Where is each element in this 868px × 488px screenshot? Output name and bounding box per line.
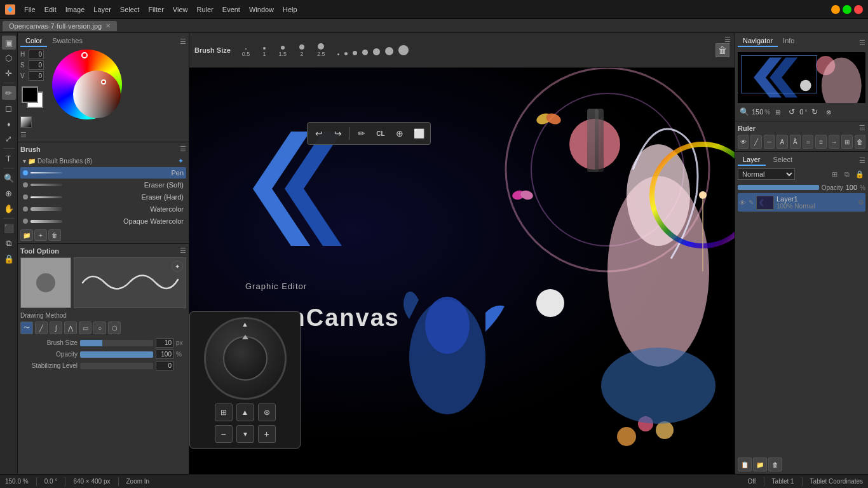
brush-size-input[interactable]	[156, 338, 173, 348]
layer-edit-icon-1[interactable]: ✎	[749, 199, 754, 206]
ruler-line-button[interactable]: ╱	[750, 135, 761, 149]
fill-tool-button[interactable]: ⬧	[2, 116, 16, 130]
new-layer-folder-button[interactable]: 📁	[753, 458, 767, 471]
brush-item-eraser-soft[interactable]: Eraser (Soft)	[20, 179, 186, 191]
brush-size-2.5[interactable]: 2.5	[313, 42, 329, 58]
delete-layer-button[interactable]: 🗑	[768, 458, 782, 471]
jog-zoom-fit[interactable]: ⊞	[215, 403, 233, 421]
brush-settings-button[interactable]: ✦	[172, 261, 183, 272]
nav-rotate-left-button[interactable]: ↺	[785, 105, 798, 118]
shape-tool-button[interactable]: ⬛	[2, 221, 16, 235]
color-wheel[interactable]	[52, 50, 122, 119]
new-layer-button[interactable]: 📋	[738, 458, 752, 471]
brush-size-slider[interactable]	[80, 340, 153, 346]
stabilize-input[interactable]	[156, 361, 173, 370]
tool-option-menu[interactable]: ☰	[180, 247, 186, 255]
menu-event[interactable]: Event	[219, 4, 244, 15]
jog-zoom-out[interactable]: −	[215, 425, 233, 443]
delete-brush-button[interactable]: 🗑	[48, 229, 61, 241]
undo-button[interactable]: ↩	[310, 125, 328, 142]
canvas-area[interactable]: Graphic Editor openCanvas	[189, 68, 735, 474]
ruler-circle-button[interactable]: ○	[803, 135, 813, 149]
ruler-hatch-button[interactable]: ≡	[815, 135, 826, 149]
maximize-button[interactable]	[843, 5, 851, 14]
redo-button[interactable]: ↪	[329, 125, 347, 142]
nav-reset-button[interactable]: ⊗	[822, 105, 835, 118]
brush-size-menu[interactable]: ☰	[724, 36, 731, 44]
ruler-menu[interactable]: ☰	[859, 124, 865, 132]
minimize-button[interactable]	[831, 5, 840, 14]
ruler-delete-button[interactable]: 🗑	[855, 135, 865, 149]
layer-protect-button[interactable]: 🔒	[854, 168, 865, 180]
clear-float-button[interactable]: CL	[372, 125, 390, 142]
freehand-tool[interactable]: 〜	[20, 322, 33, 334]
transform-tool-button[interactable]: ⤢	[2, 132, 16, 146]
stabilize-slider[interactable]	[80, 363, 153, 369]
swatches-tab[interactable]: Swatches	[47, 36, 88, 47]
line-tool[interactable]: ╱	[35, 322, 48, 334]
opacity-slider[interactable]	[80, 351, 153, 358]
layer-merge-button[interactable]: ⊞	[829, 168, 840, 180]
close-button[interactable]	[854, 5, 863, 14]
color-wheel-inner[interactable]	[73, 71, 121, 118]
delete-brush-size-button[interactable]: 🗑	[715, 43, 729, 57]
brush-item-eraser-hard[interactable]: Eraser (Hard)	[20, 191, 186, 203]
opacity-input[interactable]	[156, 349, 173, 359]
menu-window[interactable]: Window	[245, 4, 278, 15]
hue-input[interactable]	[29, 50, 44, 59]
view-float-button[interactable]: ⬜	[410, 125, 428, 142]
brush-group-header[interactable]: ▾ 📁 Default Brushes (8) ✦	[20, 156, 186, 166]
pen-tool-button[interactable]: ✏	[2, 86, 16, 100]
brush-item-pen[interactable]: Pen	[20, 167, 186, 179]
ruler-eye-button[interactable]: 👁	[738, 135, 749, 149]
brush-size-0.5[interactable]: 0.5	[238, 47, 254, 58]
val-input[interactable]	[29, 71, 44, 81]
gradient-preset[interactable]	[20, 116, 32, 128]
brush-size-2[interactable]: 2	[295, 43, 308, 58]
ruler-text-button[interactable]: A	[776, 135, 787, 149]
layer-panel-menu[interactable]: ☰	[859, 156, 865, 165]
info-tab[interactable]: Info	[778, 36, 799, 47]
layer-eye-icon-1[interactable]: 👁	[739, 199, 746, 207]
menu-file[interactable]: File	[20, 4, 39, 15]
color-panel-menu[interactable]: ☰	[180, 37, 186, 46]
document-tab[interactable]: Opencanvas-7-full-version.jpg ✕	[3, 21, 117, 31]
eraser-tool-button[interactable]: ◻	[2, 101, 16, 115]
hand-tool-button[interactable]: ✋	[2, 201, 16, 215]
new-brush-button[interactable]: +	[34, 229, 47, 241]
ruler-grid-button[interactable]: ⊞	[841, 135, 852, 149]
menu-image[interactable]: Image	[62, 4, 89, 15]
layer-tab[interactable]: Layer	[738, 154, 766, 166]
ruler-arrow-button[interactable]: →	[829, 135, 839, 149]
menu-view[interactable]: View	[169, 4, 192, 15]
polyline-tool[interactable]: ⬡	[108, 322, 121, 334]
transform-float-button[interactable]: ⊕	[391, 125, 409, 142]
nav-rotate-right-button[interactable]: ↻	[808, 105, 821, 118]
lock-tool-button[interactable]: 🔒	[2, 252, 16, 266]
color-wheel-container[interactable]	[52, 50, 122, 119]
menu-help[interactable]: Help	[279, 4, 301, 15]
jog-capture[interactable]: ⊛	[258, 403, 276, 421]
brush-size-1.5[interactable]: 1.5	[275, 44, 290, 58]
nav-zoom-fit-button[interactable]: ⊞	[771, 105, 784, 118]
blend-mode-select[interactable]: NormalMultiplyScreenOverlaySoft LightHar…	[738, 168, 795, 180]
jog-up-arrow[interactable]: ▲	[236, 403, 254, 421]
menu-select[interactable]: Select	[116, 4, 144, 15]
select-tool-button[interactable]: ▣	[2, 36, 16, 50]
text-tool-button[interactable]: T	[2, 151, 16, 165]
fg-swatch[interactable]	[22, 86, 38, 103]
navigator-tab[interactable]: Navigator	[738, 36, 778, 47]
new-brush-folder-button[interactable]: 📁	[20, 229, 33, 241]
menu-ruler[interactable]: Ruler	[193, 4, 217, 15]
layer-tool-button[interactable]: ⧉	[2, 236, 16, 250]
brush-panel-menu[interactable]: ☰	[180, 145, 186, 153]
lasso-tool-button[interactable]: ⬡	[2, 51, 16, 65]
menu-filter[interactable]: Filter	[144, 4, 167, 15]
sat-input[interactable]	[29, 60, 44, 70]
layer-settings-button-1[interactable]: ⚙	[858, 198, 864, 207]
layer-copy-button[interactable]: ⧉	[841, 168, 853, 180]
tab-close-button[interactable]: ✕	[105, 22, 111, 29]
eyedropper-tool-button[interactable]: ⊕	[2, 186, 16, 200]
brush-item-watercolor[interactable]: Watercolor	[20, 203, 186, 215]
nav-zoom-out-button[interactable]: 🔍	[738, 105, 750, 118]
